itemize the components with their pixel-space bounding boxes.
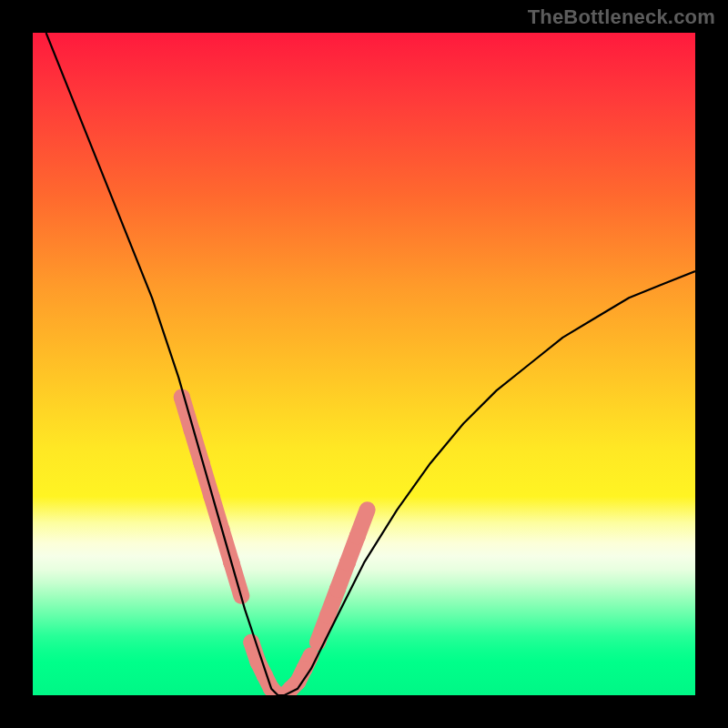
- highlight-node: [319, 608, 336, 624]
- bottleneck-curve-path: [46, 33, 695, 695]
- chart-svg: [33, 33, 695, 695]
- watermark-label: TheBottleneck.com: [528, 5, 715, 29]
- curve-group: [46, 33, 695, 695]
- highlight-node: [349, 528, 366, 544]
- highlight-node: [339, 554, 356, 571]
- plot-area: [33, 33, 695, 695]
- highlight-group: [174, 389, 368, 695]
- highlight-node: [329, 581, 346, 598]
- chart-frame: TheBottleneck.com: [0, 0, 728, 728]
